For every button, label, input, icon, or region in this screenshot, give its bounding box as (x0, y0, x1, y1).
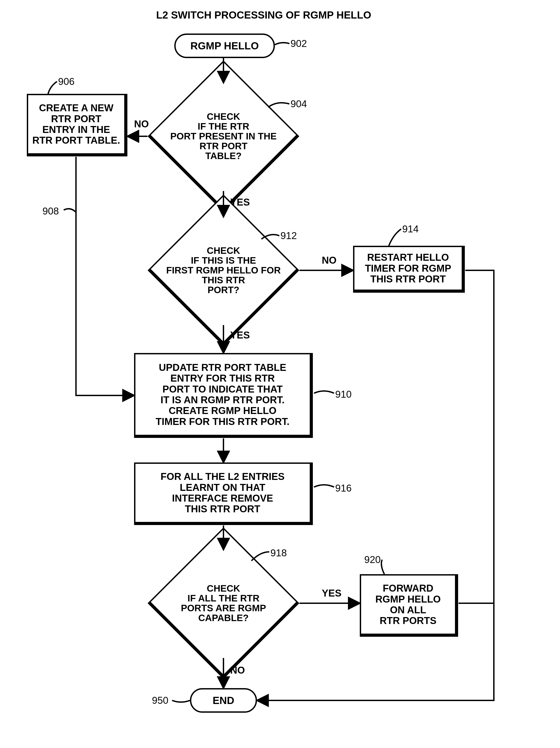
process-906-text: CREATE A NEW RTR PORT ENTRY IN THE RTR P… (32, 102, 120, 146)
decision-918: CHECK IF ALL THE RTR PORTS ARE RGMP CAPA… (170, 550, 277, 657)
label-918-no: NO (230, 665, 245, 676)
process-916: FOR ALL THE L2 ENTRIES LEARNT ON THAT IN… (134, 463, 313, 525)
decision-912: CHECK IF THIS IS THE FIRST RGMP HELLO FO… (170, 217, 277, 324)
label-904-no: NO (134, 118, 149, 130)
ref-914: 914 (402, 224, 419, 235)
process-920-text: FORWARD RGMP HELLO ON ALL RTR PORTS (375, 583, 441, 626)
process-906: CREATE A NEW RTR PORT ENTRY IN THE RTR P… (27, 94, 127, 156)
decision-904: CHECK IF THE RTR PORT PRESENT IN THE RTR… (170, 83, 277, 190)
start-node: RGMP HELLO (174, 33, 275, 58)
process-910-text: UPDATE RTR PORT TABLE ENTRY FOR THIS RTR… (156, 362, 289, 427)
decision-912-text: CHECK IF THIS IS THE FIRST RGMP HELLO FO… (148, 217, 299, 324)
flowchart-page: L2 SWITCH PROCESSING OF RGMP HELLO RGMP … (9, 9, 551, 739)
decision-904-text: CHECK IF THE RTR PORT PRESENT IN THE RTR… (148, 83, 299, 190)
process-916-text: FOR ALL THE L2 ENTRIES LEARNT ON THAT IN… (161, 471, 285, 515)
ref-902: 902 (290, 38, 307, 49)
process-920: FORWARD RGMP HELLO ON ALL RTR PORTS (360, 574, 458, 637)
process-914-text: RESTART HELLO TIMER FOR RGMP THIS RTR PO… (365, 252, 451, 284)
ref-916: 916 (335, 483, 351, 494)
label-904-yes: YES (230, 196, 250, 208)
label-912-yes: YES (230, 330, 250, 341)
ref-950: 950 (152, 695, 168, 706)
end-text: END (212, 694, 234, 706)
label-912-no: NO (322, 255, 336, 266)
start-text: RGMP HELLO (190, 40, 259, 52)
decision-918-text: CHECK IF ALL THE RTR PORTS ARE RGMP CAPA… (148, 550, 299, 657)
ref-906: 906 (58, 76, 74, 87)
end-node: END (190, 688, 257, 713)
ref-910: 910 (335, 389, 351, 400)
process-910: UPDATE RTR PORT TABLE ENTRY FOR THIS RTR… (134, 353, 313, 438)
page-title: L2 SWITCH PROCESSING OF RGMP HELLO (107, 9, 420, 21)
ref-920: 920 (364, 554, 380, 565)
process-914: RESTART HELLO TIMER FOR RGMP THIS RTR PO… (353, 246, 465, 293)
ref-908: 908 (43, 206, 59, 217)
label-918-yes: YES (322, 588, 342, 599)
